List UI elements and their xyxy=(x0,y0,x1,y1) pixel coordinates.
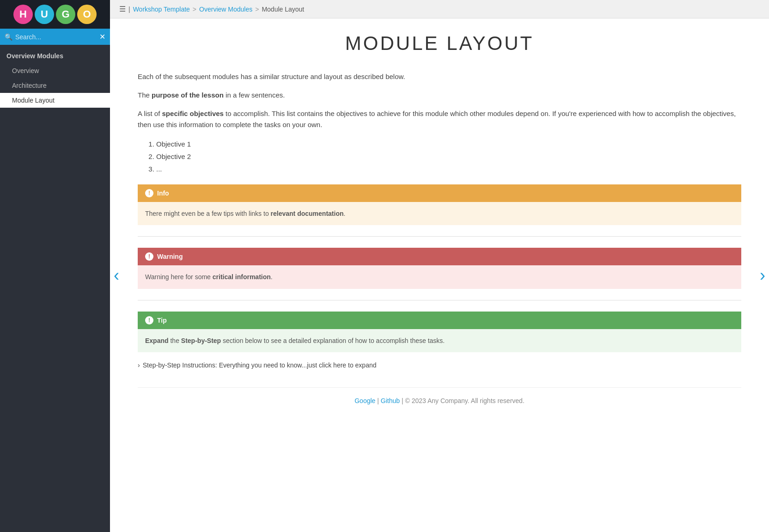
footer-copyright-text: © 2023 Any Company. All rights reserved. xyxy=(405,397,524,404)
callout-tip-label: Tip xyxy=(157,317,167,324)
callout-warning-body: Warning here for some critical informati… xyxy=(138,265,741,288)
objectives-list: Objective 1 Objective 2 ... xyxy=(156,138,741,175)
nav-section: Overview Modules Overview Architecture M… xyxy=(0,45,110,108)
purpose-paragraph: The purpose of the lesson in a few sente… xyxy=(138,90,741,101)
callout-info-body: There might even be a few tips with link… xyxy=(138,202,741,225)
logo-letter-u: U xyxy=(35,5,54,24)
main-wrapper: ☰ | Workshop Template > Overview Modules… xyxy=(110,0,769,532)
objective-3: ... xyxy=(156,163,741,175)
nav-arrow-left[interactable]: ‹ xyxy=(114,266,119,285)
breadcrumb-sep-1: > xyxy=(193,6,196,13)
sidebar-item-overview[interactable]: Overview xyxy=(0,63,110,78)
nav-group-label: Overview Modules xyxy=(0,45,110,63)
divider-2 xyxy=(138,300,741,300)
divider-1 xyxy=(138,236,741,237)
search-area: 🔍 ✕ xyxy=(0,29,110,45)
callout-tip-icon: ! xyxy=(145,316,153,324)
breadcrumb-link-overview[interactable]: Overview Modules xyxy=(199,6,252,13)
callout-warning-bold: critical information xyxy=(213,273,271,281)
breadcrumb-current: Module Layout xyxy=(262,6,304,13)
breadcrumb-sep-2: > xyxy=(255,6,259,13)
sidebar: H U G O 🔍 ✕ Overview Modules Overview Ar… xyxy=(0,0,110,532)
footer: Google | Github | © 2023 Any Company. Al… xyxy=(138,387,741,414)
expand-chevron-icon: › xyxy=(138,361,140,369)
expand-label: Step-by-Step Instructions: Everything yo… xyxy=(143,361,377,369)
objective-2: Objective 2 xyxy=(156,150,741,163)
logo-area: H U G O xyxy=(0,0,110,29)
sidebar-item-module-layout[interactable]: Module Layout xyxy=(0,93,110,108)
objective-1: Objective 1 xyxy=(156,138,741,150)
logo-letter-o: O xyxy=(77,5,97,24)
breadcrumb-bar: ☰ | Workshop Template > Overview Modules… xyxy=(110,0,769,18)
footer-sep: | xyxy=(377,397,381,404)
objectives-bold: specific objectives xyxy=(162,110,224,117)
callout-warning-header: ! Warning xyxy=(138,248,741,265)
callout-tip-body: Expand the Step-by-Step section below to… xyxy=(138,329,741,352)
expand-section[interactable]: › Step-by-Step Instructions: Everything … xyxy=(138,361,741,369)
nav-arrow-right[interactable]: › xyxy=(760,266,765,285)
callout-warning-icon: ! xyxy=(145,252,153,261)
logo-letter-g: G xyxy=(56,5,75,24)
objectives-paragraph: A list of specific objectives to accompl… xyxy=(138,108,741,130)
page-title: MODULE LAYOUT xyxy=(138,32,741,55)
search-icon: 🔍 xyxy=(5,33,12,41)
callout-info-header: ! Info xyxy=(138,184,741,202)
intro-paragraph: Each of the subsequent modules has a sim… xyxy=(138,71,741,82)
sidebar-item-architecture[interactable]: Architecture xyxy=(0,78,110,93)
purpose-bold: purpose of the lesson xyxy=(152,91,224,99)
callout-warning-label: Warning xyxy=(157,253,183,260)
hugo-logo: H U G O xyxy=(13,5,97,24)
expand-bold-pre: Expand xyxy=(145,337,169,344)
footer-link-google[interactable]: Google xyxy=(354,397,375,404)
callout-tip-header: ! Tip xyxy=(138,312,741,329)
callout-info-label: Info xyxy=(157,190,169,197)
callout-info: ! Info There might even be a few tips wi… xyxy=(138,184,741,225)
callout-info-bold: relevant documentation xyxy=(271,210,344,217)
content-area: ‹ › MODULE LAYOUT Each of the subsequent… xyxy=(110,18,769,532)
breadcrumb-divider-1: | xyxy=(128,6,130,13)
callout-warning: ! Warning Warning here for some critical… xyxy=(138,248,741,288)
search-input[interactable] xyxy=(15,33,97,41)
breadcrumb-menu-icon: ☰ xyxy=(119,5,126,13)
clear-search-icon[interactable]: ✕ xyxy=(99,32,105,41)
callout-tip: ! Tip Expand the Step-by-Step section be… xyxy=(138,312,741,352)
breadcrumb-link-workshop[interactable]: Workshop Template xyxy=(133,6,190,13)
step-by-step-bold: Step-by-Step xyxy=(181,337,221,344)
callout-info-icon: ! xyxy=(145,189,153,197)
logo-letter-h: H xyxy=(13,5,33,24)
footer-link-github[interactable]: Github xyxy=(381,397,400,404)
